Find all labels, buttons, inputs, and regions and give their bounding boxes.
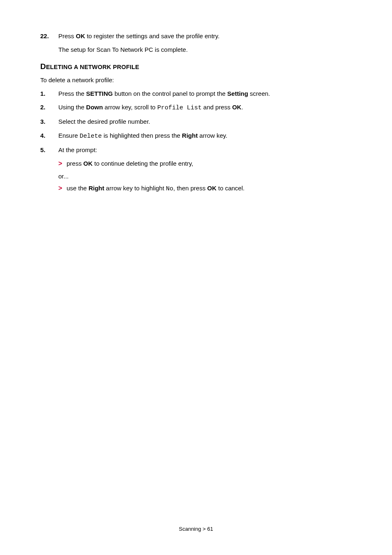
step-text: Using the Down arrow key, scroll to Prof…	[58, 102, 352, 113]
step-1: 1. Press the SETTING button on the contr…	[40, 89, 352, 98]
mono: Delete	[80, 133, 102, 140]
text: Using the	[58, 104, 86, 111]
step-number: 1.	[40, 89, 58, 98]
chevron-icon: >	[58, 183, 67, 194]
text: arrow key, scroll to	[103, 104, 157, 111]
bold: SETTING	[86, 90, 113, 97]
step-number: 2.	[40, 102, 58, 113]
text: .	[241, 104, 243, 111]
sub-text: use the Right arrow key to highlight No,…	[67, 183, 244, 194]
step-22-followup: The setup for Scan To Network PC is comp…	[58, 45, 352, 54]
step-5-sub-1: > press OK to continue deleting the prof…	[58, 159, 352, 169]
step-text: Select the desired profile number.	[58, 117, 352, 126]
text: to continue deleting the profile entry,	[92, 160, 193, 167]
text: Ensure	[58, 132, 80, 139]
text: Press	[58, 32, 76, 39]
step-5-sub-2: > use the Right arrow key to highlight N…	[58, 183, 352, 194]
bold: Right	[182, 132, 198, 139]
sub-text: press OK to continue deleting the profil…	[67, 159, 193, 168]
text: use the	[67, 185, 88, 192]
step-number: 5.	[40, 145, 58, 155]
bold: Setting	[227, 90, 248, 97]
step-5-or: or...	[58, 171, 352, 181]
text: to cancel.	[217, 185, 244, 192]
text: Select the desired profile number.	[58, 118, 150, 125]
text: , then press	[173, 185, 208, 192]
step-number: 3.	[40, 117, 58, 126]
text: press	[67, 160, 83, 167]
mono: Profile List	[157, 104, 202, 111]
bold: OK	[232, 104, 242, 111]
heading-lead: D	[40, 62, 46, 71]
step-3: 3. Select the desired profile number.	[40, 117, 352, 126]
bold: OK	[207, 185, 217, 192]
step-text: Press OK to register the settings and sa…	[58, 31, 352, 41]
text: to register the settings and save the pr…	[85, 32, 219, 39]
text: arrow key.	[198, 132, 227, 139]
bold: OK	[83, 160, 93, 167]
text: is highlighted then press the	[102, 132, 182, 139]
bold: Down	[86, 104, 103, 111]
text: screen.	[248, 90, 270, 97]
text: Press the	[58, 90, 86, 97]
step-number: 4.	[40, 131, 58, 141]
step-text: Press the SETTING button on the control …	[58, 89, 352, 98]
text: and press	[202, 104, 232, 111]
text: At the prompt:	[58, 146, 97, 153]
step-number: 22.	[40, 31, 58, 41]
step-5: 5. At the prompt:	[40, 145, 352, 155]
step-22: 22. Press OK to register the settings an…	[40, 31, 352, 41]
text: arrow key to highlight	[104, 185, 166, 192]
step-text: At the prompt:	[58, 145, 352, 155]
bold: Right	[88, 185, 104, 192]
heading-rest: ELETING A NETWORK PROFILE	[46, 64, 139, 70]
page-footer: Scanning > 61	[0, 526, 392, 532]
section-heading: DELETING A NETWORK PROFILE	[40, 62, 352, 71]
bold: OK	[76, 32, 85, 39]
mono: No	[166, 185, 173, 192]
step-4: 4. Ensure Delete is highlighted then pre…	[40, 131, 352, 141]
chevron-icon: >	[58, 159, 67, 169]
text: button on the control panel to prompt th…	[113, 90, 228, 97]
intro-text: To delete a network profile:	[40, 75, 352, 85]
step-text: Ensure Delete is highlighted then press …	[58, 131, 352, 141]
step-2: 2. Using the Down arrow key, scroll to P…	[40, 102, 352, 113]
